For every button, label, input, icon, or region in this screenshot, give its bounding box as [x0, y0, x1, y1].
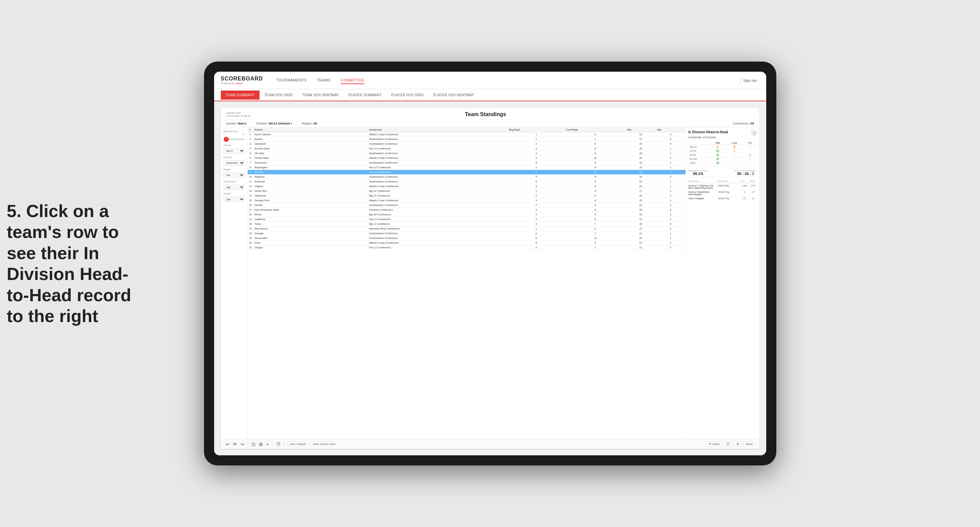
cell-rds: 23: [626, 175, 656, 179]
table-row[interactable]: 6 Florida State Atlantic Coast Conferenc…: [248, 156, 686, 160]
cell-reg-rank: 2: [508, 142, 565, 146]
undo-button[interactable]: ↩: [225, 441, 230, 448]
cell-win: 1: [656, 160, 686, 165]
division-filter-display: Division: NCAA Division I: [256, 122, 292, 125]
comment-button[interactable]: 💬: [724, 441, 732, 446]
nav-tournaments[interactable]: TOURNAMENTS: [277, 77, 307, 84]
school-select[interactable]: (All): [224, 197, 245, 202]
cell-rank: 10: [248, 175, 253, 179]
cell-rank: 4: [248, 146, 253, 151]
table-row[interactable]: 10 Alabama Southeastern Conference 5 8 2…: [248, 175, 686, 179]
table-row[interactable]: 25 Oregon Pac-12 Conference 5 7 21 0: [248, 245, 686, 250]
table-row[interactable]: 18 Illinois Big Ten Conference 1 9 23 3: [248, 212, 686, 217]
cell-conference: Pac-12 Conference: [368, 170, 508, 175]
col-conf-rank: Conf Rank: [565, 127, 626, 132]
standings-table-area: # School Conference Reg Rank Conf Rank R…: [248, 127, 686, 439]
cell-conf-rank: 9: [565, 203, 626, 208]
table-row[interactable]: 20 Texas Big 12 Conference 3 7 20 0: [248, 222, 686, 227]
h2h-col-tie: Tie: [743, 141, 756, 145]
subnav-team-h2h-heatmap[interactable]: TEAM H2H HEATMAP: [298, 90, 344, 100]
table-row[interactable]: 15 Georgia Tech Atlantic Coast Conferenc…: [248, 198, 686, 203]
refresh-button[interactable]: ⟳: [232, 441, 238, 448]
instruction-text: 5. Click on a team's row to see their In…: [7, 200, 135, 327]
table-row[interactable]: 2 Auburn Southeastern Conference 1 1 27 …: [248, 137, 686, 142]
sign-out-button[interactable]: Sign out: [740, 77, 759, 84]
cell-win: 6: [656, 137, 686, 142]
min-rounds-slider[interactable]: [224, 139, 245, 140]
opponents-value: 99.1%: [689, 171, 708, 176]
table-row[interactable]: 16 Florida Southeastern Conference 7 9 2…: [248, 203, 686, 208]
subnav-team-summary[interactable]: TEAM SUMMARY: [221, 90, 260, 100]
table-row[interactable]: 4 Arizona State Pac-12 Conference 3 6 26…: [248, 146, 686, 151]
region-select[interactable]: N/A: [224, 173, 245, 178]
table-row[interactable]: 14 Oklahoma Big 12 Conference 2 9 26 2: [248, 194, 686, 198]
opponents-stat: Opponents in division: 99.1%: [689, 170, 708, 176]
h2h-records-table: Win Loss Tie Top 10 3 13 0 11-25 11 8 0: [689, 141, 757, 165]
toolbar-sep-3: [284, 441, 285, 447]
table-row[interactable]: 7 Tennessee Southeastern Conference 4 6 …: [248, 160, 686, 165]
table-row[interactable]: 21 New Mexico Mountain West Conference 1…: [248, 227, 686, 231]
redo-button[interactable]: ↪: [240, 441, 245, 448]
subnav-player-h2h-grid[interactable]: PLAYER H2H GRID: [387, 90, 429, 100]
subnav-player-summary[interactable]: PLAYER SUMMARY: [344, 90, 387, 100]
cell-reg-rank: 5: [508, 175, 565, 179]
th-score: Score: [749, 180, 756, 182]
cell-school: Washington: [253, 165, 368, 170]
cell-school: Florida State: [253, 156, 368, 160]
h2h-range: 11-25: [689, 149, 710, 153]
clock-button[interactable]: ⏱: [275, 441, 282, 448]
cell-win: 0: [656, 156, 686, 160]
table-row[interactable]: 11 Arkansas Southeastern Conference 6 8 …: [248, 179, 686, 184]
table-row[interactable]: 19 California Pac-12 Conference 4 8 24 2: [248, 217, 686, 222]
conference-select[interactable]: (All): [224, 185, 245, 190]
cell-school: Tennessee: [253, 160, 368, 165]
min-rounds-filter: Minimum Rou... 4 20: [224, 130, 245, 141]
table-row[interactable]: 3 Vanderbilt Southeastern Conference 2 8…: [248, 142, 686, 146]
subnav-team-h2h-grid[interactable]: TEAM H2H GRID: [259, 90, 298, 100]
cell-win: 3: [656, 175, 686, 179]
table-row[interactable]: 5 Ole Miss Southeastern Conference 3 6 1…: [248, 151, 686, 156]
cell-rank: 11: [248, 179, 253, 184]
gender-select[interactable]: Men's: [224, 148, 245, 154]
nav-committee[interactable]: COMMITTEE: [341, 77, 364, 84]
add-button[interactable]: +: [266, 441, 270, 448]
view-original-button[interactable]: View: Original: [287, 441, 309, 446]
crop-button[interactable]: ⊡: [251, 441, 256, 448]
cell-conf-rank: 8: [565, 179, 626, 184]
nav-teams[interactable]: TEAMS: [317, 77, 330, 84]
table-row[interactable]: 13 Texas Tech Big 12 Conference 1 9 27 2: [248, 189, 686, 194]
cell-school: Arizona State: [253, 146, 368, 151]
toolbar-sep-1: [248, 441, 248, 447]
conference-filter-label: Conference: [224, 180, 245, 183]
grid-button[interactable]: ⊞: [734, 441, 741, 446]
table-row[interactable]: 22 Georgia Southeastern Conference 8 7 2…: [248, 231, 686, 236]
h2h-row: 11-25 11 8 0: [689, 149, 757, 153]
cell-win: 0: [656, 222, 686, 227]
table-row[interactable]: 8 Washington Pac-12 Conference 2 8 23 1: [248, 165, 686, 170]
cell-rds: 26: [626, 146, 656, 151]
watch-button[interactable]: 👁 Watch: [706, 441, 722, 446]
cell-win: 4: [656, 198, 686, 203]
table-row[interactable]: 17 East Tennessee State Southern Confere…: [248, 208, 686, 212]
t2-name: Arizona Thunderbirds Intercollegiate: [689, 191, 717, 195]
subnav-player-h2h-heatmap[interactable]: PLAYER H2H HEATMAP: [429, 90, 479, 100]
cell-conf-rank: 9: [565, 212, 626, 217]
h2h-tie: 0: [743, 149, 756, 153]
cell-conf-rank: 8: [565, 175, 626, 179]
share-button[interactable]: Share: [743, 441, 755, 446]
cell-conf-rank: 8: [565, 208, 626, 212]
h2h-col-range: [689, 141, 710, 145]
table-row[interactable]: 9 Arizona Pac-12 Conference 5 8 24 3: [248, 170, 686, 175]
cell-rank: 13: [248, 189, 253, 194]
h2h-close-button[interactable]: ✕: [751, 130, 757, 136]
division-select[interactable]: NCAA Division I: [224, 160, 245, 165]
table-row[interactable]: 1 North Carolina Atlantic Coast Conferen…: [248, 132, 686, 137]
logo-area: SCOREBOARD Powered by clippd: [221, 76, 263, 85]
copy-button[interactable]: ⊞: [258, 441, 264, 448]
save-custom-button[interactable]: Save Custom View: [310, 441, 338, 446]
t1-event: Match Play: [718, 184, 740, 189]
cell-reg-rank: 5: [508, 170, 565, 175]
table-row[interactable]: 23 Texas A&M Southeastern Conference 9 1…: [248, 236, 686, 241]
table-row[interactable]: 24 Duke Atlantic Coast Conference 5 9 27…: [248, 241, 686, 245]
table-row[interactable]: 12 Virginia Atlantic Coast Conference 3 …: [248, 184, 686, 189]
